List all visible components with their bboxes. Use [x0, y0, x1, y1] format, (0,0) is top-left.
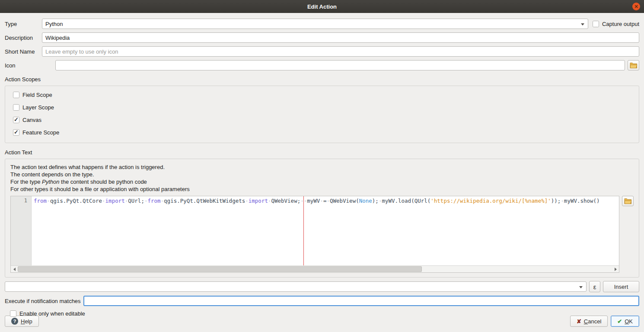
cancel-button[interactable]: ✘ Cancel: [570, 316, 608, 327]
help-line-3: For the type Python the content should b…: [10, 178, 634, 185]
icon-label: Icon: [5, 62, 55, 69]
action-scopes-group: Field Scope Layer Scope Canvas Feature S…: [5, 86, 639, 143]
action-text-label: Action Text: [5, 149, 639, 156]
description-row: Description: [5, 32, 639, 43]
notification-label: Execute if notification matches: [5, 298, 81, 304]
capture-output-checkbox-box: [593, 21, 599, 27]
type-row: Type Python Capture output: [5, 19, 639, 29]
line-number: 1: [24, 198, 27, 204]
scrollbar-track[interactable]: [18, 266, 612, 272]
variable-combobox[interactable]: [5, 281, 587, 292]
layer-scope-checkbox-box: [13, 104, 19, 111]
capture-output-label: Capture output: [602, 21, 639, 27]
short-name-input[interactable]: [42, 46, 639, 57]
canvas-scope-label: Canvas: [22, 117, 41, 123]
dialog-content: Type Python Capture output Description S…: [0, 13, 644, 316]
action-text-frame: The action text defines what happens if …: [5, 159, 639, 278]
enable-editable-checkbox-box: [10, 310, 16, 317]
code-editor-area: 1 from·qgis.PyQt.QtCore·import·QUrl;·fro…: [10, 196, 634, 273]
horizontal-scrollbar[interactable]: [11, 265, 619, 272]
layer-scope-label: Layer Scope: [22, 104, 54, 111]
description-label: Description: [5, 35, 42, 41]
cancel-button-label: Cancel: [584, 318, 601, 325]
ok-icon: ✔: [617, 319, 622, 324]
type-label: Type: [5, 21, 42, 27]
help-line-1: The action text defines what happens if …: [10, 163, 634, 171]
insert-button[interactable]: Insert: [603, 281, 639, 292]
ok-button[interactable]: ✔ OK: [611, 316, 639, 327]
code-editor[interactable]: from·qgis.PyQt.QtCore·import·QUrl;·from·…: [32, 196, 619, 265]
field-scope-checkbox[interactable]: Field Scope: [13, 92, 631, 98]
short-name-row: Short Name: [5, 46, 639, 57]
field-scope-label: Field Scope: [22, 92, 52, 98]
canvas-scope-checkbox[interactable]: Canvas: [13, 117, 631, 123]
edit-action-dialog: Edit Action ✕ Type Python Capture output…: [0, 0, 644, 332]
type-combobox-value: Python: [45, 21, 63, 27]
chevron-down-icon: [581, 23, 584, 26]
layer-scope-checkbox[interactable]: Layer Scope: [13, 104, 631, 111]
expression-epsilon-button[interactable]: ε: [589, 281, 600, 292]
icon-path-input[interactable]: [55, 60, 625, 70]
arrow-left-icon: [13, 268, 16, 271]
window-title: Edit Action: [307, 3, 337, 10]
code-editor-block: 1 from·qgis.PyQt.QtCore·import·QUrl;·fro…: [10, 196, 619, 273]
feature-scope-label: Feature Scope: [22, 129, 59, 136]
close-icon[interactable]: ✕: [632, 3, 640, 10]
icon-row: Icon: [5, 60, 639, 70]
arrow-right-icon: [615, 268, 617, 271]
chevron-down-icon: [579, 286, 583, 288]
help-button[interactable]: ? Help: [5, 316, 39, 327]
variable-row: ε Insert: [5, 281, 639, 292]
help-line-2: The content depends on the type.: [10, 171, 634, 178]
button-box: ? Help ✘ Cancel ✔ OK: [0, 316, 644, 332]
action-scopes-label: Action Scopes: [5, 76, 639, 83]
folder-icon: [630, 62, 638, 68]
line-number-gutter: 1: [11, 196, 32, 265]
feature-scope-checkbox-box: [13, 129, 19, 136]
cancel-icon: ✘: [577, 319, 581, 324]
help-icon: ?: [11, 318, 18, 325]
scrollbar-thumb[interactable]: [18, 266, 422, 272]
code-line: from·qgis.PyQt.QtCore·import·QUrl;·from·…: [32, 196, 619, 204]
action-file-browse-button[interactable]: [622, 196, 634, 206]
scroll-right-button[interactable]: [612, 266, 619, 272]
short-name-label: Short Name: [5, 48, 42, 55]
capture-output-checkbox[interactable]: Capture output: [593, 21, 639, 27]
scroll-left-button[interactable]: [11, 266, 18, 272]
edge-column-line: [303, 196, 304, 265]
help-button-label: Help: [21, 318, 32, 325]
description-input[interactable]: [42, 32, 639, 43]
action-text-help: The action text defines what happens if …: [10, 163, 634, 193]
field-scope-checkbox-box: [13, 92, 19, 98]
icon-browse-button[interactable]: [628, 60, 639, 70]
canvas-scope-checkbox-box: [13, 117, 19, 123]
folder-icon: [624, 198, 632, 204]
notification-row: Execute if notification matches: [5, 296, 639, 306]
titlebar: Edit Action ✕: [0, 0, 644, 13]
help-line-4: For other types it should be a file or a…: [10, 185, 634, 193]
feature-scope-checkbox[interactable]: Feature Scope: [13, 129, 631, 136]
ok-button-label: OK: [625, 318, 633, 325]
type-combobox[interactable]: Python: [42, 19, 588, 29]
notification-input[interactable]: [83, 296, 639, 306]
